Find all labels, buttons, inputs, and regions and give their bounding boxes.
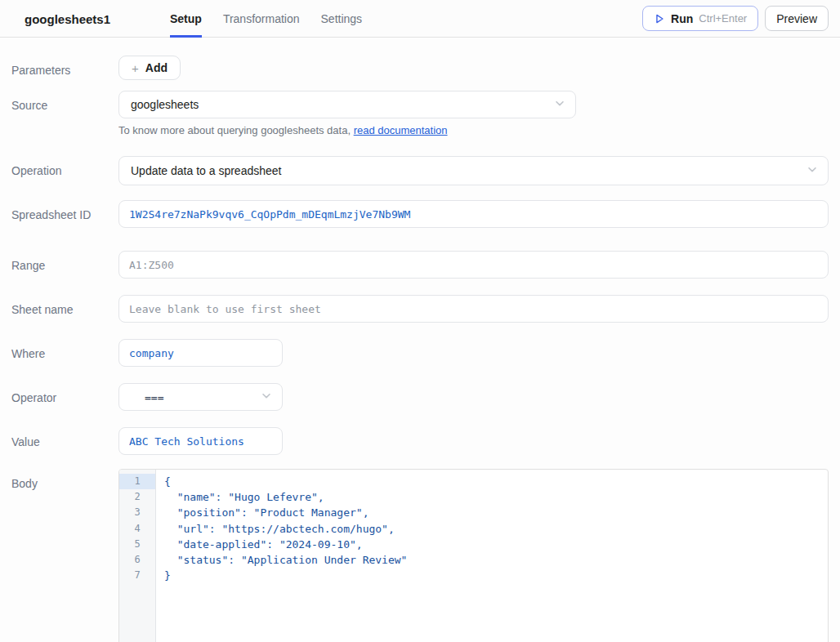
preview-button[interactable]: Preview <box>765 6 829 31</box>
tab-bar: SetupTransformationSettings <box>170 0 362 38</box>
parameters-label: Parameters <box>0 56 118 79</box>
chevron-down-icon <box>554 98 565 112</box>
query-header: googlesheets1 SetupTransformationSetting… <box>0 0 840 38</box>
code-area[interactable]: { "name": "Hugo Lefevre", "position": "P… <box>156 470 828 642</box>
tab-transformation[interactable]: Transformation <box>223 0 300 38</box>
run-button[interactable]: Run Ctrl+Enter <box>642 6 758 31</box>
sheet-name-input[interactable] <box>118 295 829 323</box>
operation-dropdown-value: Update data to a spreadsheet <box>131 164 281 177</box>
code-line: "name": "Hugo Lefevre", <box>164 489 828 505</box>
spreadsheet-id-label: Spreadsheet ID <box>0 200 118 224</box>
source-hint-text: To know more about querying googlesheets… <box>118 124 354 136</box>
add-parameter-button[interactable]: + Add <box>118 56 181 80</box>
setup-form: Parameters + Add Source googlesheets To … <box>0 38 840 642</box>
code-line: { <box>164 474 828 489</box>
chevron-down-icon <box>261 390 272 404</box>
value-row: Value <box>0 427 840 455</box>
line-number-gutter: 1234567 <box>119 470 156 642</box>
range-row: Range <box>0 251 840 279</box>
operation-row: Operation Update data to a spreadsheet <box>0 156 840 185</box>
where-input[interactable] <box>118 339 283 367</box>
where-label: Where <box>0 339 118 363</box>
run-button-label: Run <box>671 12 693 25</box>
body-code-editor[interactable]: 1234567 { "name": "Hugo Lefevre", "posit… <box>118 469 829 642</box>
run-shortcut: Ctrl+Enter <box>699 12 747 25</box>
code-line: "url": "https://abctech.com/hugo", <box>164 521 828 537</box>
code-line: "date-applied": "2024-09-10", <box>164 537 828 552</box>
source-row: Source googlesheets To know more about q… <box>0 91 840 136</box>
line-number: 6 <box>119 552 155 568</box>
read-documentation-link[interactable]: read documentation <box>354 124 448 136</box>
line-number: 4 <box>119 521 155 537</box>
line-number: 1 <box>119 474 155 489</box>
source-dropdown-value: googlesheets <box>131 98 199 111</box>
spreadsheet-id-row: Spreadsheet ID <box>0 200 840 228</box>
range-label: Range <box>0 251 118 274</box>
operation-dropdown[interactable]: Update data to a spreadsheet <box>118 156 829 185</box>
chevron-down-icon <box>806 164 818 178</box>
plus-icon: + <box>132 61 139 75</box>
operator-label: Operator <box>0 383 118 407</box>
tab-setup[interactable]: Setup <box>170 0 202 38</box>
source-hint: To know more about querying googlesheets… <box>118 124 829 136</box>
line-number: 7 <box>119 568 155 583</box>
value-label: Value <box>0 427 118 451</box>
body-row: Body 1234567 { "name": "Hugo Lefevre", "… <box>0 469 840 642</box>
body-label: Body <box>0 469 118 493</box>
code-line: "position": "Product Manager", <box>164 505 828 520</box>
line-number: 5 <box>119 537 155 552</box>
operation-label: Operation <box>0 156 118 180</box>
play-icon <box>654 13 665 25</box>
parameters-row: Parameters + Add <box>0 56 840 80</box>
line-number: 2 <box>119 489 155 505</box>
operator-dropdown-value: === <box>131 391 163 403</box>
add-button-label: Add <box>145 61 168 74</box>
range-input[interactable] <box>118 251 829 279</box>
where-row: Where <box>0 339 840 367</box>
query-title: googlesheets1 <box>25 0 110 38</box>
source-dropdown[interactable]: googlesheets <box>118 91 576 118</box>
sheet-name-row: Sheet name <box>0 295 840 323</box>
value-input[interactable] <box>118 427 283 455</box>
spreadsheet-id-input[interactable] <box>118 200 829 228</box>
header-actions: Run Ctrl+Enter Preview <box>642 6 829 31</box>
code-line: } <box>164 568 828 583</box>
sheet-name-label: Sheet name <box>0 295 118 319</box>
operator-row: Operator === <box>0 383 840 411</box>
source-label: Source <box>0 91 118 114</box>
operator-dropdown[interactable]: === <box>118 383 283 411</box>
tab-settings[interactable]: Settings <box>321 0 363 38</box>
code-line: "status": "Application Under Review" <box>164 552 828 568</box>
line-number: 3 <box>119 505 155 520</box>
